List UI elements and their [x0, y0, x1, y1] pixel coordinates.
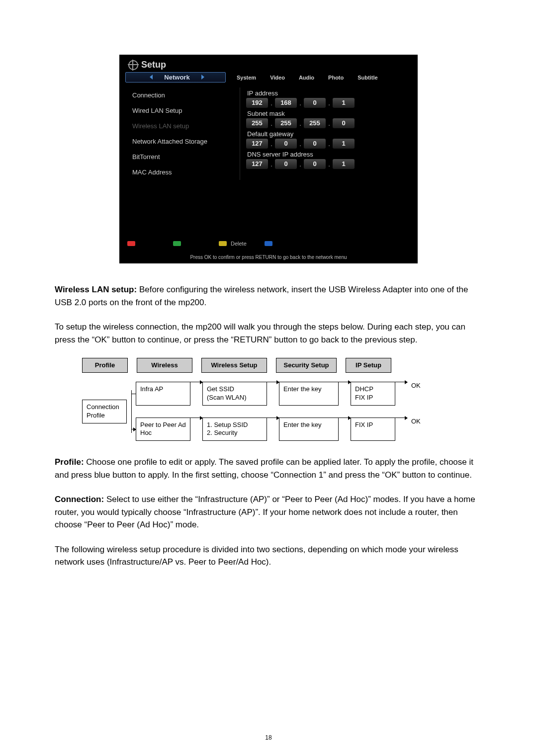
- screenshot-title-bar: Setup: [119, 55, 418, 72]
- flow-box-enter-key-1: Enter the key: [279, 382, 339, 406]
- para-connection: Connection: Select to use either the “In…: [55, 493, 482, 531]
- para-profile: Profile: Choose one profile to edit or a…: [55, 456, 482, 481]
- tab-photo[interactable]: Photo: [328, 75, 344, 81]
- gateway-row: 127. 0. 0. 1: [246, 139, 410, 149]
- para1-lead: Wireless LAN setup:: [55, 285, 137, 294]
- flow-header-security-setup: Security Setup: [276, 358, 337, 373]
- flow-header-wireless-setup: Wireless Setup: [201, 358, 267, 373]
- menu-item-wired-lan[interactable]: Wired LAN Setup: [131, 103, 236, 118]
- arrow-icon: [190, 418, 202, 418]
- dns-oct-1[interactable]: 127: [246, 159, 268, 169]
- arrow-left-icon[interactable]: [150, 75, 153, 80]
- red-key-icon: [127, 241, 135, 246]
- ip-address-row: 192. 168. 0. 1: [246, 98, 410, 108]
- menu-item-nas[interactable]: Network Attached Storage: [131, 134, 236, 149]
- color-key-footer: Delete: [119, 241, 418, 247]
- flow-box-dhcp-fixip: DHCPFIX IP: [351, 382, 395, 406]
- para4-lead: Connection:: [55, 495, 104, 504]
- green-key-icon: [173, 241, 181, 246]
- mask-oct-2[interactable]: 255: [275, 118, 297, 128]
- arrow-icon: [395, 382, 407, 382]
- arrow-icon: [339, 418, 351, 418]
- menu-item-mac[interactable]: MAC Address: [131, 165, 236, 180]
- mask-oct-3[interactable]: 255: [304, 118, 326, 128]
- flow-box-setup-ssid-security: 1. Setup SSID2. Security: [202, 418, 267, 441]
- dns-row: 127. 0. 0. 1: [246, 159, 410, 169]
- para-procedure: The following wireless setup procedure i…: [55, 543, 482, 569]
- tab-audio[interactable]: Audio: [299, 75, 314, 81]
- arrow-icon: [339, 382, 351, 382]
- arrow-icon: [190, 382, 202, 382]
- ip-oct-3[interactable]: 0: [304, 98, 326, 108]
- menu-item-wireless-lan: Wireless LAN setup: [131, 118, 236, 134]
- arrow-icon: [267, 418, 279, 418]
- network-setup-screenshot: Setup Network System Video Audio Photo S…: [119, 55, 418, 263]
- tab-system[interactable]: System: [237, 75, 256, 81]
- arrow-icon: [395, 418, 407, 418]
- dns-oct-2[interactable]: 0: [275, 159, 297, 169]
- tab-video[interactable]: Video: [270, 75, 285, 81]
- gear-icon: [128, 60, 138, 70]
- ip-address-label: IP address: [247, 89, 410, 97]
- gateway-label: Default gateway: [247, 130, 410, 138]
- flow-header-profile: Profile: [82, 358, 128, 373]
- arrow-icon: [267, 382, 279, 382]
- arrow-right-icon[interactable]: [201, 75, 204, 80]
- flow-box-get-ssid: Get SSID(Scan WLAN): [202, 382, 267, 406]
- ip-oct-1[interactable]: 192: [246, 98, 268, 108]
- gw-oct-2[interactable]: 0: [275, 139, 297, 149]
- para3-lead: Profile:: [55, 457, 84, 467]
- page-number: 18: [0, 734, 537, 741]
- menu-item-bittorrent[interactable]: BitTorrent: [131, 149, 236, 165]
- flow-end-ok-1: OK: [407, 382, 421, 406]
- mask-oct-4[interactable]: 0: [333, 118, 355, 128]
- flow-header-wireless: Wireless: [137, 358, 192, 373]
- dns-oct-4[interactable]: 1: [333, 159, 355, 169]
- flow-box-peer-to-peer: Peer to Peer Ad Hoc: [136, 418, 190, 441]
- footer-hint: Press OK to confirm or press RETURN to g…: [184, 254, 353, 260]
- tab-subtitle[interactable]: Subtitle: [358, 75, 377, 81]
- ip-settings-panel: IP address 192. 168. 0. 1 Subnet mask 25…: [240, 87, 410, 180]
- mask-oct-1[interactable]: 255: [246, 118, 268, 128]
- flow-box-infra-ap: Infra AP: [136, 382, 190, 406]
- flow-box-fixip: FIX IP: [351, 418, 395, 441]
- ip-oct-2[interactable]: 168: [275, 98, 297, 108]
- subnet-mask-row: 255. 255. 255. 0: [246, 118, 410, 128]
- dns-label: DNS server IP address: [247, 151, 410, 158]
- menu-item-connection[interactable]: Connection: [131, 87, 236, 103]
- blue-key-icon: [265, 241, 272, 246]
- flow-end-ok-2: OK: [407, 418, 421, 441]
- wireless-setup-flow-diagram: Profile Wireless Wireless Setup Security…: [82, 358, 490, 441]
- para-wireless-lan-setup: Wireless LAN setup: Before configuring t…: [55, 283, 482, 309]
- flow-header-ip-setup: IP Setup: [346, 358, 391, 373]
- category-tab-bar: Network System Video Audio Photo Subtitl…: [119, 72, 418, 83]
- subnet-mask-label: Subnet mask: [247, 110, 410, 117]
- gw-oct-1[interactable]: 127: [246, 139, 268, 149]
- yellow-key-icon: [219, 241, 227, 246]
- yellow-key-label: Delete: [231, 241, 247, 247]
- para4-rest: Select to use either the “Infrastructure…: [55, 495, 475, 529]
- dns-oct-3[interactable]: 0: [304, 159, 326, 169]
- gw-oct-3[interactable]: 0: [304, 139, 326, 149]
- gw-oct-4[interactable]: 1: [333, 139, 355, 149]
- flow-box-enter-key-2: Enter the key: [279, 418, 339, 441]
- network-menu: Connection Wired LAN Setup Wireless LAN …: [131, 87, 240, 180]
- active-tab-network[interactable]: Network: [125, 72, 226, 83]
- screenshot-title: Setup: [141, 60, 166, 70]
- para-walkthrough: To setup the wireless connection, the mp…: [55, 321, 482, 346]
- ip-oct-4[interactable]: 1: [333, 98, 355, 108]
- para3-rest: Choose one profile to edit or apply. The…: [55, 457, 473, 480]
- active-tab-label: Network: [164, 74, 189, 81]
